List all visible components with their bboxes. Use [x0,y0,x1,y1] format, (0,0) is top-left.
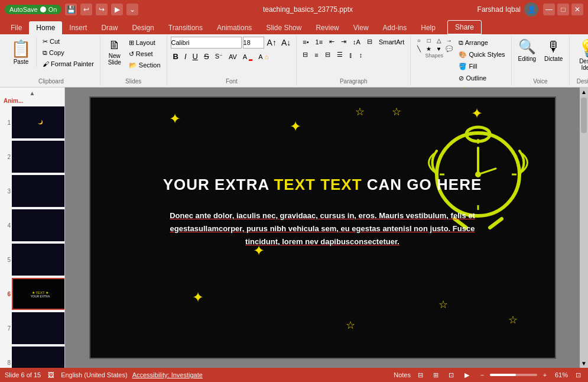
shape-star[interactable]: ★ [424,45,433,53]
layout-button[interactable]: ⊞ Layout [126,38,163,48]
align-left-button[interactable]: ⊟ [300,50,310,60]
tab-help[interactable]: Help [414,21,443,34]
canvas-scrollbar[interactable]: ▲ ▼ [580,88,588,368]
shape-arrow[interactable]: → [444,37,453,44]
cut-button[interactable]: ✂ Cut [40,37,96,47]
tab-home[interactable]: Home [29,21,62,34]
slide-thumb-8[interactable] [12,347,65,368]
reset-button[interactable]: ↺ Reset [126,49,163,59]
bullets-button[interactable]: ≡• [300,37,311,47]
minimize-button[interactable]: — [543,4,555,15]
zoom-track[interactable] [490,374,537,376]
tab-file[interactable]: File [4,21,29,34]
maximize-button[interactable]: □ [557,4,569,15]
increase-indent-button[interactable]: ⇥ [339,37,349,47]
italic-button[interactable]: I [182,51,189,62]
paragraph-label: Paragraph [340,77,368,85]
font-size-input[interactable] [243,37,264,48]
present-button[interactable]: ▶ [111,4,123,15]
slide-thumb-5[interactable] [12,244,65,276]
undo-button[interactable]: ↩ [80,4,92,15]
editing-button[interactable]: 🔍 Editing [515,37,540,64]
arrange-button[interactable]: ⧉ Arrange [456,38,507,48]
paste-button[interactable]: 📋 Paste [6,37,37,67]
char-spacing-button[interactable]: AV [226,52,239,61]
close-button[interactable]: ✕ [571,4,583,15]
view-reading-button[interactable]: ⊡ [446,370,457,380]
tab-transitions[interactable]: Transitions [161,21,210,34]
zoom-slider[interactable]: − + [477,370,550,380]
tab-insert[interactable]: Insert [62,21,94,34]
tab-draw[interactable]: Draw [94,21,125,34]
quick-styles-button[interactable]: 🎨 Quick Styles [456,50,507,60]
tab-animations[interactable]: Animations [210,21,259,34]
align-right-button[interactable]: ⊟ [323,50,333,60]
align-text-button[interactable]: ⊟ [365,37,375,47]
align-center-button[interactable]: ≡ [312,50,320,60]
tab-view[interactable]: View [346,21,376,34]
columns-button[interactable]: ⫿ [347,50,355,60]
slide-thumb-6[interactable]: ★ TEXT ★YOUR EXTRA [12,278,65,310]
scroll-up-arrow[interactable]: ▲ [580,88,588,96]
design-ideas-button[interactable]: 💡 DesignIdeas [573,37,588,73]
save-button[interactable]: 💾 [65,4,77,15]
shape-tri[interactable]: △ [434,37,443,44]
strikethrough-button[interactable]: S [202,51,212,62]
accessibility-label[interactable]: Accessibility: Investigate [132,371,203,378]
autosave-toggle[interactable] [40,7,46,12]
smartart-button[interactable]: SmartArt [376,37,407,47]
tab-share[interactable]: Share [447,20,482,34]
view-normal-button[interactable]: ⊟ [415,370,426,380]
shape-outline-button[interactable]: ⊘ Outline [456,73,507,83]
section-button[interactable]: 📂 Section [126,60,163,70]
zoom-in-button[interactable]: + [540,370,550,380]
highlight-button[interactable]: A⌂ [256,52,271,61]
slide-info-icon[interactable]: 🖼 [46,370,56,380]
dictate-button[interactable]: 🎙 Dictate [541,37,566,64]
ribbon-group-slides: 🗎 NewSlide ⊞ Layout ↺ Reset 📂 Section Sl… [100,35,167,86]
scroll-down-arrow[interactable]: ▼ [580,359,588,368]
new-slide-button[interactable]: 🗎 NewSlide [104,37,125,67]
tab-addins[interactable]: Add-ins [376,21,414,34]
slide-panel-scroll-up[interactable]: ▲ [2,90,62,96]
tab-design[interactable]: Design [125,21,161,34]
slide-thumb-3[interactable] [12,175,65,207]
font-shrink-button[interactable]: A↓ [280,37,293,48]
slide-canvas[interactable]: ✦ ✦ ✦ ☆ ☆ ✦ ☆ ☆ ☆ ✦ [89,96,556,359]
shape-rect[interactable]: □ [424,37,433,44]
underline-button[interactable]: U [190,51,200,62]
shape-callout[interactable]: 💬 [444,45,453,53]
font-family-input[interactable] [171,37,242,48]
slide-thumb-7[interactable] [12,312,65,344]
justify-button[interactable]: ☰ [334,50,345,60]
font-grow-button[interactable]: A↑ [265,37,278,48]
fit-slide-button[interactable]: ⊡ [573,370,583,380]
notes-button[interactable]: Notes [394,371,411,378]
view-grid-button[interactable]: ⊞ [431,370,441,380]
format-painter-button[interactable]: 🖌 Format Painter [40,59,96,69]
shape-fill-button[interactable]: 🪣 Fill [456,61,507,72]
shape-heart[interactable]: ♥ [434,45,443,53]
tab-review[interactable]: Review [308,21,346,34]
zoom-out-button[interactable]: − [477,370,488,380]
text-direction-button[interactable]: ↕A [350,37,363,47]
numbering-button[interactable]: 1≡ [313,37,326,47]
slide-headline: YOUR EXTRA TEXT TEXT CAN GO HERE [163,176,482,194]
view-presenter-button[interactable]: ▶ [462,370,472,380]
shadow-button[interactable]: S⁻ [213,51,225,61]
decrease-indent-button[interactable]: ⇤ [327,37,337,47]
line-spacing-button[interactable]: ↕ [357,50,365,60]
font-color-button[interactable]: A_ [241,51,255,62]
more-options-button[interactable]: ⌄ [126,4,138,15]
tab-slideshow[interactable]: Slide Show [259,21,308,34]
slide-thumb-4[interactable] [12,209,65,241]
scroll-thumb[interactable] [581,98,587,133]
copy-button[interactable]: ⧉ Copy [40,48,96,58]
shape-oval[interactable]: ○ [414,37,423,44]
bold-button[interactable]: B [171,51,181,62]
slide-thumb-2[interactable] [12,141,65,173]
shape-line[interactable]: ╲ [414,45,423,53]
redo-button[interactable]: ↪ [96,4,108,15]
slide-thumb-1[interactable]: 🌙 [12,106,65,138]
autosave-badge[interactable]: AutoSave On [5,5,61,14]
